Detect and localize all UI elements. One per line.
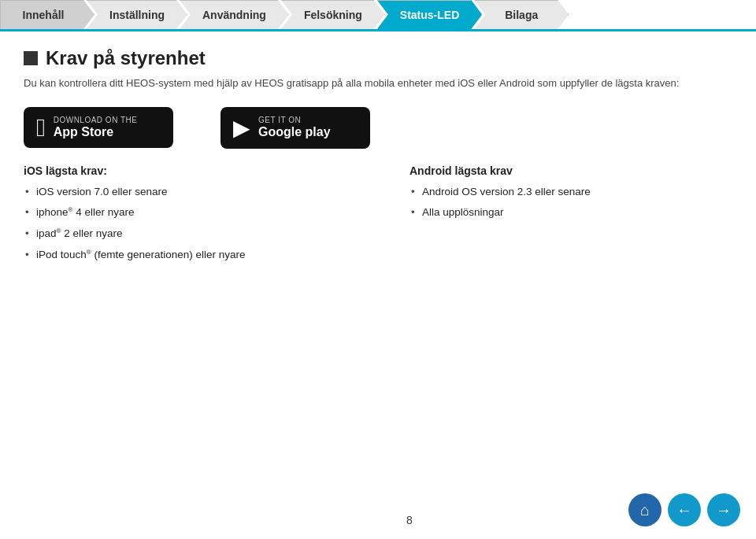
ios-requirements-col: iOS lägsta krav: iOS version 7.0 eller s… xyxy=(24,164,346,267)
apple-icon:  xyxy=(36,115,46,140)
android-req-list: Android OS version 2.3 eller senare Alla… xyxy=(410,182,732,224)
tab-bilaga[interactable]: Bilaga xyxy=(474,0,569,29)
list-item: ipad® 2 eller nyare xyxy=(24,223,346,245)
app-store-top-label: Download on the xyxy=(54,116,138,124)
google-play-text: GET IT ON Google play xyxy=(258,116,331,139)
page-footer: 8 ⌂ ← → xyxy=(0,514,756,526)
next-button[interactable]: → xyxy=(707,493,740,526)
tab-felsokning[interactable]: Felsökning xyxy=(281,0,385,29)
list-item: iPod touch® (femte generationen) eller n… xyxy=(24,245,346,266)
tab-status-led[interactable]: Status-LED xyxy=(377,0,482,29)
footer-nav-buttons: ⌂ ← → xyxy=(628,493,740,526)
prev-icon: ← xyxy=(676,501,692,519)
app-store-button[interactable]:  Download on the App Store xyxy=(24,107,173,148)
prev-button[interactable]: ← xyxy=(668,493,701,526)
android-requirements-col: Android lägsta krav Android OS version 2… xyxy=(410,164,732,267)
tab-anvandning[interactable]: Användning xyxy=(180,0,289,29)
navigation-tabs: Innehåll Inställning Användning Felsökni… xyxy=(0,0,756,31)
page-title: Krav på styrenhet xyxy=(46,47,206,69)
tab-innehall[interactable]: Innehåll xyxy=(0,0,94,29)
page-title-row: Krav på styrenhet xyxy=(24,47,732,69)
main-content: Krav på styrenhet Du kan kontrollera dit… xyxy=(0,31,756,313)
app-store-main-label: App Store xyxy=(54,124,138,139)
tab-installning[interactable]: Inställning xyxy=(87,0,187,29)
ios-req-title: iOS lägsta krav: xyxy=(24,164,346,177)
google-play-button[interactable]: ▶ GET IT ON Google play xyxy=(220,107,370,149)
list-item: iphone® 4 eller nyare xyxy=(24,202,346,223)
google-play-main-label: Google play xyxy=(258,124,331,139)
android-req-title: Android lägsta krav xyxy=(410,164,732,177)
home-icon: ⌂ xyxy=(640,501,650,519)
home-button[interactable]: ⌂ xyxy=(628,493,662,526)
list-item: Alla upplösningar xyxy=(410,202,732,223)
subtitle-text: Du kan kontrollera ditt HEOS-system med … xyxy=(24,76,732,91)
google-play-icon: ▶ xyxy=(233,115,250,141)
ios-req-list: iOS version 7.0 eller senare iphone® 4 e… xyxy=(24,182,346,267)
store-buttons-row:  Download on the App Store ▶ GET IT ON … xyxy=(24,107,732,149)
next-icon: → xyxy=(716,501,732,519)
list-item: iOS version 7.0 eller senare xyxy=(24,182,346,203)
title-icon xyxy=(24,51,38,65)
requirements-row: iOS lägsta krav: iOS version 7.0 eller s… xyxy=(24,164,732,267)
google-play-top-label: GET IT ON xyxy=(258,116,331,124)
app-store-text: Download on the App Store xyxy=(54,116,138,139)
list-item: Android OS version 2.3 eller senare xyxy=(410,182,732,203)
